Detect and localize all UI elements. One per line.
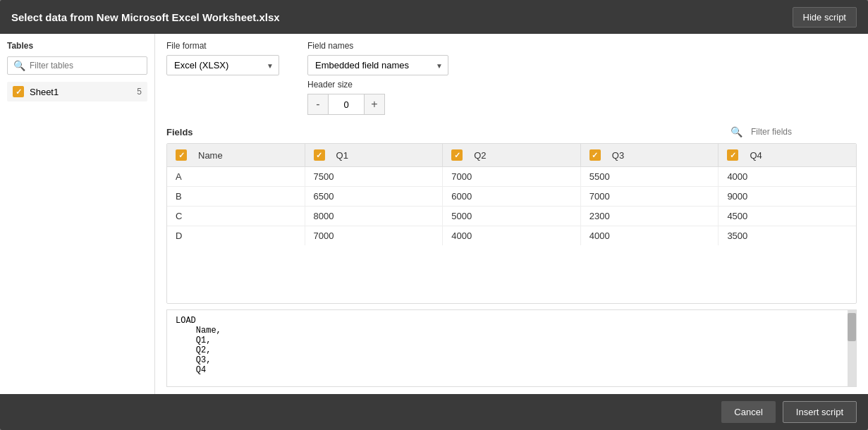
header-size-decrement-button[interactable]: - [307, 94, 329, 115]
left-panel: Tables 🔍 Sheet1 5 [0, 34, 155, 394]
table-body: A7500700055004000B6500600070009000C80005… [167, 167, 856, 303]
table-cell: 9000 [719, 187, 856, 206]
header-size-input[interactable] [329, 94, 364, 115]
table-count-sheet1: 5 [137, 87, 142, 97]
script-panel: LOAD Name, Q1, Q2, Q3, Q4 [166, 309, 857, 387]
header-size-label: Header size [307, 80, 448, 90]
col-label-name: Name [198, 150, 223, 161]
script-scrollbar-thumb[interactable] [848, 313, 856, 341]
script-content: LOAD Name, Q1, Q2, Q3, Q4 [167, 310, 848, 386]
table-cell: 4000 [719, 167, 856, 186]
table-cell: D [167, 226, 305, 245]
col-checkbox-q1[interactable] [314, 149, 325, 161]
table-item-sheet1[interactable]: Sheet1 5 [7, 82, 147, 102]
controls-row: File format Excel (XLSX) ▼ Field names [166, 41, 857, 115]
col-header-name: Name [167, 144, 305, 166]
right-panel: File format Excel (XLSX) ▼ Field names [155, 34, 868, 394]
col-checkbox-name[interactable] [176, 149, 187, 161]
table-cell: C [167, 207, 305, 226]
table-cell: 7000 [581, 187, 719, 206]
col-label-q4: Q4 [750, 150, 762, 161]
table-cell: 7500 [305, 167, 444, 186]
col-label-q3: Q3 [612, 150, 624, 161]
table-cell: B [167, 187, 305, 206]
table-cell: 7000 [443, 167, 581, 186]
table-cell: 6500 [305, 187, 444, 206]
field-names-select[interactable]: Embedded field names No field names Cust… [307, 55, 448, 75]
table-cell: 3500 [719, 226, 856, 245]
hide-script-button[interactable]: Hide script [793, 7, 857, 27]
col-header-q2: Q2 [443, 144, 581, 166]
dialog-body: Tables 🔍 Sheet1 5 File format [0, 34, 868, 394]
table-checkbox-sheet1[interactable] [13, 86, 24, 97]
file-format-label: File format [166, 41, 279, 51]
table-row: C8000500023004500 [167, 207, 856, 226]
tables-search-box: 🔍 [7, 56, 147, 75]
dialog-footer: Cancel Insert script [0, 394, 868, 430]
data-table: Name Q1 Q2 [166, 143, 857, 304]
col-label-q1: Q1 [336, 150, 348, 161]
col-header-q1: Q1 [305, 144, 444, 166]
search-icon: 🔍 [13, 60, 25, 71]
header-size-increment-button[interactable]: + [364, 94, 385, 115]
table-cell: 4500 [719, 207, 856, 226]
tables-search-input[interactable] [30, 61, 141, 70]
table-name-sheet1: Sheet1 [30, 87, 137, 97]
table-row: D7000400040003500 [167, 226, 856, 245]
table-header: Name Q1 Q2 [167, 144, 856, 167]
table-cell: A [167, 167, 305, 186]
table-cell: 4000 [443, 226, 581, 245]
fields-header: Fields 🔍 [166, 126, 857, 137]
file-format-select-wrapper: Excel (XLSX) ▼ [166, 55, 279, 75]
right-panel-inner: File format Excel (XLSX) ▼ Field names [166, 41, 857, 387]
fields-section: Fields 🔍 Name [166, 126, 857, 387]
table-cell: 4000 [581, 226, 719, 245]
table-cell: 6000 [443, 187, 581, 206]
col-checkbox-q3[interactable] [589, 149, 601, 161]
field-names-select-wrapper: Embedded field names No field names Cust… [307, 55, 448, 75]
table-cell: 8000 [305, 207, 444, 226]
tables-label: Tables [7, 41, 147, 51]
col-header-q4: Q4 [719, 144, 856, 166]
table-cell: 5000 [443, 207, 581, 226]
dialog-header: Select data from New Microsoft Excel Wor… [0, 0, 868, 34]
field-names-group: Field names Embedded field names No fiel… [307, 41, 448, 115]
col-header-q3: Q3 [581, 144, 719, 166]
field-names-label: Field names [307, 41, 448, 51]
table-cell: 7000 [305, 226, 444, 245]
file-format-select[interactable]: Excel (XLSX) [166, 55, 279, 75]
col-checkbox-q2[interactable] [451, 149, 463, 161]
col-label-q2: Q2 [474, 150, 486, 161]
file-format-group: File format Excel (XLSX) ▼ [166, 41, 279, 115]
fields-search-input[interactable] [751, 127, 857, 137]
fields-search-icon: 🔍 [731, 126, 742, 137]
table-row: B6500600070009000 [167, 187, 856, 207]
script-scrollbar-track[interactable] [848, 310, 856, 386]
cancel-button[interactable]: Cancel [721, 401, 775, 423]
col-checkbox-q4[interactable] [727, 149, 738, 161]
header-size-controls: - + [307, 94, 448, 115]
dialog: Select data from New Microsoft Excel Wor… [0, 0, 868, 430]
table-cell: 2300 [581, 207, 719, 226]
table-row: A7500700055004000 [167, 167, 856, 187]
dialog-title: Select data from New Microsoft Excel Wor… [11, 11, 280, 23]
fields-search: 🔍 [731, 126, 857, 137]
insert-script-button[interactable]: Insert script [783, 401, 857, 423]
table-cell: 5500 [581, 167, 719, 186]
fields-label: Fields [166, 127, 193, 137]
